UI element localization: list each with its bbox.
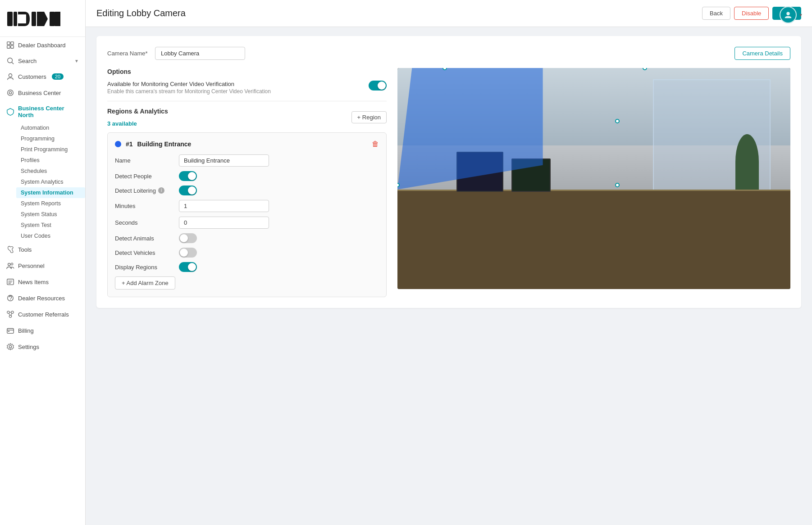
svg-point-32 [786, 12, 789, 15]
add-region-button[interactable]: + Region [351, 111, 387, 123]
monitoring-desc: Enable this camera's stream for Monitori… [107, 88, 361, 95]
svg-rect-0 [7, 12, 13, 26]
user-avatar [780, 6, 797, 23]
user-dropdown-icon: ▼ [798, 13, 803, 18]
sidebar-item-customers[interactable]: Customers 20 [0, 68, 85, 85]
sidebar-item-dealer-resources[interactable]: Dealer Resources [0, 290, 85, 306]
camera-name-row: Camera Name* Camera Details [107, 47, 790, 60]
sub-nav-system-information[interactable]: System Information [16, 187, 85, 198]
detect-animals-toggle[interactable] [179, 233, 197, 243]
seconds-input[interactable] [179, 217, 269, 229]
back-button[interactable]: Back [702, 7, 730, 20]
search-label: Search [18, 58, 36, 64]
sub-nav-print-programming[interactable]: Print Programming [16, 144, 85, 155]
tools-label: Tools [18, 246, 32, 253]
region-name-input[interactable] [179, 154, 269, 167]
referrals-icon [6, 310, 14, 318]
right-column [397, 68, 790, 289]
dealer-resources-label: Dealer Resources [18, 295, 65, 302]
sub-nav-system-status[interactable]: System Status [16, 209, 85, 220]
detect-people-row: Detect People [115, 171, 379, 181]
seconds-label: Seconds [115, 219, 173, 226]
dmp-logo [7, 8, 61, 30]
sidebar-item-tools[interactable]: Tools [0, 241, 85, 258]
sidebar-search[interactable]: Search ▼ [0, 53, 85, 68]
detect-vehicles-toggle[interactable] [179, 248, 197, 258]
svg-rect-7 [7, 45, 10, 48]
handle-mid[interactable] [615, 119, 620, 123]
user-avatar-area[interactable]: ▼ [780, 6, 803, 23]
business-center-label: Business Center [18, 90, 61, 96]
region-name-display: Building Entrance [137, 140, 192, 148]
sub-nav-user-codes[interactable]: User Codes [16, 231, 85, 241]
sidebar-item-business-center[interactable]: Business Center [0, 85, 85, 101]
svg-point-23 [11, 311, 14, 313]
svg-rect-1 [14, 12, 17, 26]
detect-loitering-label: Detect Loitering i [115, 187, 173, 194]
camera-details-button[interactable]: Camera Details [734, 47, 790, 60]
add-alarm-zone-button[interactable]: + Add Alarm Zone [115, 276, 175, 290]
monitoring-label: Available for Monitoring Center Video Ve… [107, 81, 361, 87]
display-regions-toggle[interactable] [179, 262, 197, 272]
svg-rect-2 [18, 14, 26, 23]
sub-nav-system-reports[interactable]: System Reports [16, 198, 85, 209]
dealer-dashboard-label: Dealer Dashboard [18, 42, 66, 49]
display-regions-row: Display Regions [115, 262, 379, 272]
svg-point-15 [11, 263, 13, 265]
svg-line-26 [9, 313, 10, 315]
two-col-layout: Options Available for Monitoring Center … [107, 68, 790, 297]
sidebar-item-settings[interactable]: Settings [0, 339, 85, 355]
customers-badge: 20 [52, 73, 64, 80]
detect-vehicles-row: Detect Vehicles [115, 248, 379, 258]
region-number: #1 [126, 140, 133, 148]
svg-point-11 [9, 74, 12, 77]
sidebar-item-customer-referrals[interactable]: Customer Referrals [0, 306, 85, 322]
detect-loitering-toggle[interactable] [179, 186, 197, 195]
svg-rect-16 [7, 279, 14, 285]
disable-button[interactable]: Disable [734, 7, 769, 20]
news-items-label: News Items [18, 279, 49, 285]
sub-nav-programming[interactable]: Programming [16, 133, 85, 144]
svg-rect-28 [7, 329, 14, 334]
detect-animals-row: Detect Animals [115, 233, 379, 243]
delete-region-icon[interactable]: 🗑 [372, 140, 379, 148]
sidebar-item-dealer-dashboard[interactable]: Dealer Dashboard [0, 37, 85, 53]
sidebar: Dealer Dashboard Search ▼ Customers 20 B… [0, 0, 86, 525]
desk-area [397, 190, 790, 289]
page-title: Editing Lobby Camera [96, 8, 186, 18]
camera-name-input[interactable] [155, 47, 245, 60]
settings-icon [6, 343, 14, 351]
sub-nav-profiles[interactable]: Profiles [16, 155, 85, 166]
svg-rect-8 [11, 45, 14, 48]
sidebar-item-news-items[interactable]: News Items [0, 274, 85, 290]
sub-nav-system-analytics[interactable]: System Analytics [16, 177, 85, 187]
sidebar-item-billing[interactable]: Billing [0, 322, 85, 339]
sub-nav-system-test[interactable]: System Test [16, 220, 85, 231]
minutes-input[interactable] [179, 200, 269, 212]
business-center-north-label: Business Center North [18, 105, 79, 118]
svg-point-22 [7, 311, 9, 313]
loitering-info-icon[interactable]: i [158, 187, 164, 194]
display-regions-label: Display Regions [115, 264, 173, 271]
billing-icon [6, 326, 14, 335]
monitoring-toggle[interactable] [369, 81, 387, 91]
svg-rect-6 [11, 42, 14, 45]
svg-point-9 [8, 58, 13, 63]
sub-nav-automation[interactable]: Automation [16, 122, 85, 133]
tools-icon [6, 245, 14, 253]
main-area: Editing Lobby Camera Back Disable Save C… [86, 0, 812, 525]
handle-br[interactable] [615, 183, 620, 187]
left-column: Options Available for Monitoring Center … [107, 68, 387, 297]
sidebar-item-personnel[interactable]: Personnel [0, 258, 85, 274]
sidebar-item-business-center-north[interactable]: Business Center North [0, 101, 85, 122]
customer-referrals-label: Customer Referrals [18, 311, 69, 318]
detect-people-toggle[interactable] [179, 171, 197, 181]
regions-title: Regions & Analytics [107, 108, 168, 115]
sub-nav-schedules[interactable]: Schedules [16, 166, 85, 177]
business-center-icon [6, 89, 14, 97]
monitoring-label-group: Available for Monitoring Center Video Ve… [107, 81, 361, 95]
svg-line-10 [12, 62, 14, 64]
minutes-row: Minutes [115, 200, 379, 212]
region-header: #1 Building Entrance 🗑 [115, 140, 379, 148]
dealer-resources-icon [6, 294, 14, 302]
